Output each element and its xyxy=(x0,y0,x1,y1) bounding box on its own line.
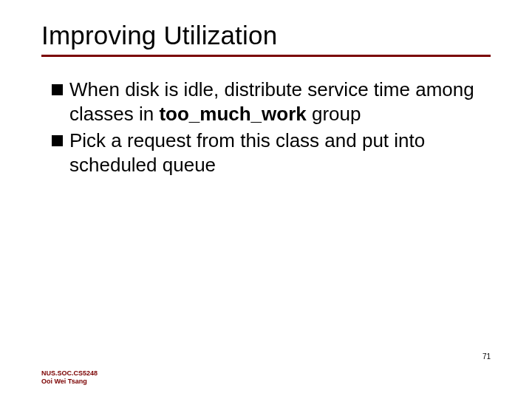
square-bullet-icon xyxy=(52,135,63,146)
footer-line2: Ooi Wei Tsang xyxy=(41,378,98,386)
footer: NUS.SOC.CS5248 Ooi Wei Tsang xyxy=(41,369,98,386)
title-rule xyxy=(41,55,491,57)
bullet-text: When disk is idle, distribute service ti… xyxy=(69,78,491,126)
slide-title: Improving Utilization xyxy=(41,21,491,50)
bullet-post: group xyxy=(307,103,361,125)
list-item: When disk is idle, distribute service ti… xyxy=(52,78,491,126)
slide: Improving Utilization When disk is idle,… xyxy=(0,0,532,399)
bullet-pre: Pick a request from this class and put i… xyxy=(69,129,425,176)
list-item: Pick a request from this class and put i… xyxy=(52,129,491,177)
bullet-list: When disk is idle, distribute service ti… xyxy=(41,78,491,177)
footer-line1: NUS.SOC.CS5248 xyxy=(41,369,98,378)
bullet-bold: too_much_work xyxy=(159,103,306,125)
page-number: 71 xyxy=(482,352,491,361)
bullet-text: Pick a request from this class and put i… xyxy=(69,129,491,177)
square-bullet-icon xyxy=(52,84,63,95)
